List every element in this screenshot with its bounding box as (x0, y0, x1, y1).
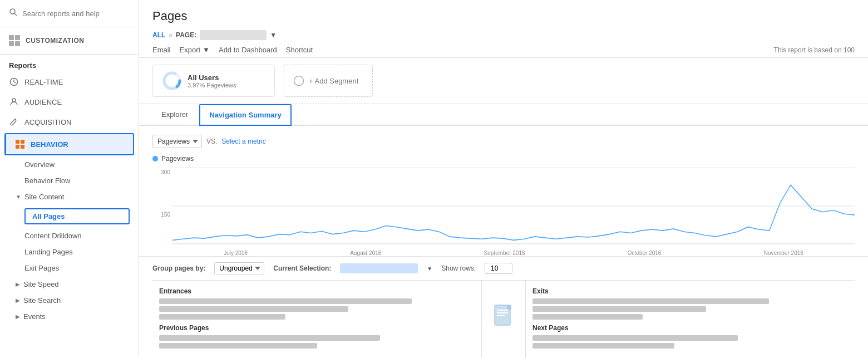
export-button[interactable]: Export ▼ (180, 46, 210, 54)
segment-name: All Users (188, 73, 236, 82)
svg-rect-18 (497, 310, 508, 311)
toolbar-left: Email Export ▼ Add to Dashboard Shortcut (152, 46, 313, 54)
shortcut-button[interactable]: Shortcut (286, 46, 313, 54)
chart-area: Pageviews VS. Select a metric Pageviews … (139, 126, 868, 256)
current-sel-label: Current Selection: (273, 264, 331, 272)
person-icon (9, 97, 19, 107)
current-sel-dropdown-icon[interactable]: ▼ (427, 266, 432, 272)
entrances-bars (159, 298, 475, 320)
bar-row (159, 298, 475, 304)
ungrouped-select[interactable]: Ungrouped (214, 262, 264, 274)
segment-info: All Users 3.97% Pageviews (188, 73, 236, 89)
sidebar-item-audience[interactable]: AUDIENCE (0, 92, 139, 112)
bar-row (159, 314, 475, 320)
customization-row[interactable]: CUSTOMIZATION (0, 27, 139, 55)
vs-label: VS. (206, 138, 217, 145)
svg-rect-9 (21, 145, 24, 149)
chart-svg (172, 167, 855, 245)
chart-y-labels: 300 150 (152, 167, 172, 256)
svg-rect-8 (16, 145, 19, 149)
chart-wrapper: 300 150 July 2016 August 2016 September … (152, 167, 855, 256)
chevron-right-site-speed-icon: ▶ (16, 281, 20, 287)
svg-point-0 (10, 9, 15, 14)
current-sel-value (340, 263, 418, 273)
page-title: Pages (152, 9, 855, 23)
x-label-august: August 2016 (350, 250, 381, 256)
ns-right-col: Exits Next Pages (526, 281, 855, 358)
chevron-right-events-icon: ▶ (16, 313, 20, 320)
breadcrumb: ALL » PAGE: ▼ (139, 28, 868, 42)
segment-donut (162, 71, 182, 91)
ns-previous-pages-section: Previous Pages (159, 324, 475, 349)
ns-next-pages-section: Next Pages (532, 324, 848, 349)
bar-row (532, 314, 848, 320)
tabs-row: Explorer Navigation Summary (139, 104, 868, 126)
svg-point-13 (294, 76, 304, 86)
sidebar-group-site-content[interactable]: ▼ Site Content (0, 189, 139, 205)
bar-row (532, 298, 848, 304)
breadcrumb-all[interactable]: ALL (152, 31, 165, 39)
entrances-label: Entrances (159, 287, 475, 295)
report-note: This report is based on 100 (774, 46, 855, 54)
sidebar-label-realtime: REAL-TIME (24, 78, 63, 86)
bar-row (532, 306, 848, 312)
sidebar-label-behavior: BEHAVIOR (31, 140, 68, 149)
ns-exits-section: Exits (532, 287, 848, 320)
email-button[interactable]: Email (152, 46, 171, 54)
legend-dot-pageviews (152, 156, 158, 161)
sidebar-item-all-pages[interactable]: All Pages (24, 208, 130, 224)
chevron-right-site-search-icon: ▶ (16, 297, 20, 303)
sidebar-group-site-speed[interactable]: ▶ Site Speed (0, 276, 139, 292)
svg-rect-7 (21, 140, 24, 144)
x-label-july: July 2016 (224, 250, 248, 256)
sidebar-item-overview[interactable]: Overview (0, 156, 139, 173)
sidebar-item-behavior[interactable]: BEHAVIOR (4, 133, 134, 155)
svg-rect-21 (507, 305, 511, 310)
previous-pages-label: Previous Pages (159, 324, 475, 332)
show-rows-input[interactable] (485, 263, 512, 274)
sidebar-item-exit-pages[interactable]: Exit Pages (0, 260, 139, 276)
exits-label: Exits (532, 287, 848, 295)
metric-select[interactable]: Pageviews (152, 135, 202, 148)
add-segment-button[interactable]: + Add Segment (284, 65, 373, 97)
toolbar: Email Export ▼ Add to Dashboard Shortcut… (139, 42, 868, 58)
clock-icon (9, 77, 19, 87)
bar-row (532, 343, 848, 349)
chart-legend: Pageviews (152, 155, 855, 163)
sidebar-group-events[interactable]: ▶ Events (0, 308, 139, 325)
sidebar-item-acquisition[interactable]: ACQUISITION (0, 112, 139, 132)
search-input[interactable] (22, 9, 130, 18)
sidebar-item-landing-pages[interactable]: Landing Pages (0, 244, 139, 260)
sidebar-item-behavior-flow[interactable]: Behavior Flow (0, 173, 139, 189)
chevron-down-icon: ▼ (16, 194, 21, 200)
svg-line-1 (14, 13, 17, 16)
search-bar[interactable] (0, 0, 139, 27)
sidebar-item-realtime[interactable]: REAL-TIME (0, 72, 139, 92)
bottom-controls: Group pages by: Ungrouped Current Select… (139, 256, 868, 280)
select-metric-link[interactable]: Select a metric (221, 138, 265, 145)
svg-line-4 (14, 82, 16, 83)
segment-detail: 3.97% Pageviews (188, 82, 236, 89)
customization-label: CUSTOMIZATION (26, 37, 84, 45)
svg-rect-20 (497, 315, 505, 316)
main-content: Pages ALL » PAGE: ▼ Email Export ▼ Add t… (139, 0, 868, 358)
sidebar-item-content-drilldown[interactable]: Content Drilldown (0, 228, 139, 244)
chart-controls: Pageviews VS. Select a metric (152, 135, 855, 148)
breadcrumb-page-label: PAGE: (176, 31, 196, 39)
sidebar: CUSTOMIZATION Reports REAL-TIME AUDIENCE… (0, 0, 139, 358)
bar-row (159, 335, 475, 341)
breadcrumb-separator: » (169, 31, 172, 39)
document-icon (492, 304, 515, 335)
next-pages-label: Next Pages (532, 324, 848, 332)
sidebar-group-site-search[interactable]: ▶ Site Search (0, 292, 139, 308)
breadcrumb-page-value (200, 30, 267, 40)
x-label-september: September 2016 (484, 250, 525, 256)
tab-navigation-summary[interactable]: Navigation Summary (199, 104, 291, 126)
segments-row: All Users 3.97% Pageviews + Add Segment (139, 58, 868, 104)
prev-pages-bars (159, 335, 475, 349)
segment-all-users: All Users 3.97% Pageviews (152, 65, 275, 97)
breadcrumb-dropdown-icon[interactable]: ▼ (270, 31, 277, 39)
svg-point-5 (12, 99, 16, 102)
add-dashboard-button[interactable]: Add to Dashboard (219, 46, 277, 54)
tab-explorer[interactable]: Explorer (152, 104, 197, 126)
